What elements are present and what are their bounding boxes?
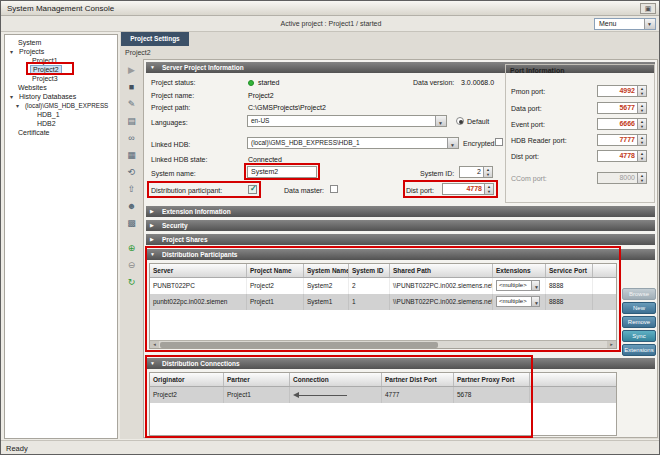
- table-row[interactable]: PUNBT022PC Project2 System2 2 \\PUNBT022…: [150, 278, 616, 294]
- data-master-label: Data master:: [284, 187, 324, 194]
- certificate-icon[interactable]: ▩: [123, 216, 140, 230]
- distribution-participant-checkbox[interactable]: [248, 185, 257, 194]
- chevron-down-icon[interactable]: [531, 281, 539, 290]
- new-button[interactable]: New: [622, 302, 656, 314]
- column-header-partner-dist-port[interactable]: Partner Dist Port: [382, 373, 454, 386]
- section-header-security[interactable]: Security: [146, 220, 655, 231]
- section-header-distribution-participants[interactable]: Distribution Participants: [146, 249, 655, 260]
- column-header-project-name[interactable]: Project Name: [247, 264, 304, 277]
- column-header-connection[interactable]: Connection: [290, 373, 382, 386]
- column-header-partner[interactable]: Partner: [224, 373, 290, 386]
- sync-button[interactable]: Sync: [622, 330, 656, 342]
- column-header-partner-proxy-port[interactable]: Partner Proxy Port: [454, 373, 530, 386]
- spinner-arrows-icon[interactable]: [484, 184, 493, 194]
- column-header-service-port[interactable]: Service Port: [546, 264, 593, 277]
- section-expand-icon[interactable]: [150, 220, 154, 231]
- spinner-arrows-icon[interactable]: [637, 86, 646, 96]
- section-collapse-icon[interactable]: [150, 62, 155, 73]
- column-header-extensions[interactable]: Extensions: [493, 264, 546, 277]
- data-master-checkbox[interactable]: [330, 185, 338, 193]
- navigation-tree: System Projects Project1 Project2 Projec…: [4, 34, 118, 439]
- link-hdb-icon[interactable]: ∞: [123, 131, 140, 145]
- default-radio-label: Default: [467, 118, 489, 125]
- spinner-arrows-icon[interactable]: [483, 167, 492, 177]
- default-language-radio[interactable]: [456, 117, 464, 125]
- section-expand-icon[interactable]: [150, 234, 154, 245]
- stop-project-icon[interactable]: ■: [123, 80, 140, 94]
- column-header-system-name[interactable]: System Name: [304, 264, 349, 277]
- extensions-dropdown[interactable]: <multiple>: [496, 280, 540, 291]
- participants-table: Server Project Name System Name System I…: [149, 263, 617, 349]
- sidebar-item-certificate[interactable]: Certificate: [5, 129, 117, 139]
- scrollbar-thumb[interactable]: [160, 342, 438, 348]
- section-expand-icon[interactable]: [150, 206, 154, 217]
- connections-table: Originator Partner Connection Partner Di…: [149, 372, 617, 436]
- remove-button[interactable]: Remove: [622, 316, 656, 328]
- upgrade-icon[interactable]: ⇧: [123, 182, 140, 196]
- chevron-down-icon[interactable]: [435, 116, 446, 126]
- languages-label: Languages:: [151, 119, 188, 126]
- extensions-button[interactable]: Extensions: [622, 344, 656, 356]
- column-header-server[interactable]: Server: [150, 264, 247, 277]
- expander-icon[interactable]: [10, 93, 13, 100]
- event-port-stepper[interactable]: 6666: [597, 118, 647, 130]
- user-icon[interactable]: ☻: [123, 199, 140, 213]
- column-header-originator[interactable]: Originator: [150, 373, 224, 386]
- spinner-arrows-icon[interactable]: [637, 119, 646, 129]
- remove-icon[interactable]: ⊖: [123, 258, 140, 272]
- column-header-system-id[interactable]: System ID: [349, 264, 390, 277]
- encrypted-checkbox[interactable]: [495, 138, 503, 146]
- browse-button[interactable]: Browse: [622, 288, 656, 300]
- horizontal-scrollbar[interactable]: ◂ ▸: [150, 340, 616, 348]
- linked-hdb-select[interactable]: (local)\GMS_HDB_EXPRESS\HDB_1: [247, 137, 459, 149]
- spinner-arrows-icon: [637, 173, 646, 183]
- table-row[interactable]: punbt022pc.in002.siemen Project1 System1…: [150, 294, 616, 310]
- data-port-stepper[interactable]: 5677: [597, 102, 647, 114]
- add-icon[interactable]: ⊕: [123, 241, 140, 255]
- report-icon[interactable]: ▤: [123, 114, 140, 128]
- status-text: Ready: [6, 444, 28, 453]
- window-titlebar: System Management Console ▣: [1, 1, 660, 16]
- dist-port-info-stepper[interactable]: 4778: [597, 150, 647, 162]
- chevron-down-icon[interactable]: [531, 297, 539, 306]
- spinner-arrows-icon[interactable]: [637, 151, 646, 161]
- chevron-down-icon[interactable]: [447, 138, 458, 148]
- extensions-dropdown[interactable]: <multiple>: [496, 296, 540, 307]
- scroll-right-icon[interactable]: ▸: [607, 341, 616, 348]
- chevron-down-icon[interactable]: [644, 19, 655, 29]
- expander-icon[interactable]: [16, 102, 19, 109]
- system-name-input[interactable]: System2: [247, 166, 317, 178]
- spinner-arrows-icon[interactable]: [637, 103, 646, 113]
- spinner-arrows-icon[interactable]: [637, 135, 646, 145]
- section-header-distribution-connections[interactable]: Distribution Connections: [146, 358, 655, 369]
- column-header-shared-path[interactable]: Shared Path: [390, 264, 493, 277]
- section-collapse-icon[interactable]: [150, 358, 155, 369]
- table-row[interactable]: Project2 Project1 4777 5678: [150, 387, 616, 403]
- linked-hdb-state-value: Connected: [248, 156, 282, 163]
- scroll-left-icon[interactable]: ◂: [150, 341, 159, 348]
- menu-dropdown[interactable]: Menu: [594, 18, 656, 30]
- dist-port-info-label: Dist port:: [511, 153, 539, 160]
- section-header-extension-information[interactable]: Extension Information: [146, 206, 655, 217]
- pmon-port-stepper[interactable]: 4992: [597, 85, 647, 97]
- dist-port-stepper[interactable]: 4778: [442, 183, 494, 195]
- system-id-stepper[interactable]: 2: [459, 166, 493, 178]
- tab-project-settings[interactable]: Project Settings: [121, 32, 189, 46]
- window-menu-icon[interactable]: ▣: [640, 3, 656, 14]
- section-collapse-icon[interactable]: [150, 249, 155, 260]
- languages-select[interactable]: en-US: [247, 115, 447, 127]
- save-icon[interactable]: ▦: [123, 148, 140, 162]
- edit-project-icon[interactable]: ✎: [123, 97, 140, 111]
- section-header-project-shares[interactable]: Project Shares: [146, 234, 655, 245]
- history-icon[interactable]: ⟲: [123, 165, 140, 179]
- refresh-icon[interactable]: ↻: [123, 275, 140, 289]
- expander-icon[interactable]: [10, 48, 13, 55]
- top-menu-bar: Active project : Project1 / started Menu: [1, 16, 660, 32]
- active-project-label: Active project : Project1 / started: [1, 20, 660, 27]
- hdb-reader-port-label: HDB Reader port:: [511, 137, 567, 144]
- hdb-reader-port-stepper[interactable]: 7777: [597, 134, 647, 146]
- project-path-value: C:\GMSProjects\Project2: [248, 104, 326, 111]
- project-status-label: Project status:: [151, 79, 195, 86]
- system-id-label: System ID:: [420, 170, 454, 177]
- start-project-icon[interactable]: ▶: [123, 63, 140, 77]
